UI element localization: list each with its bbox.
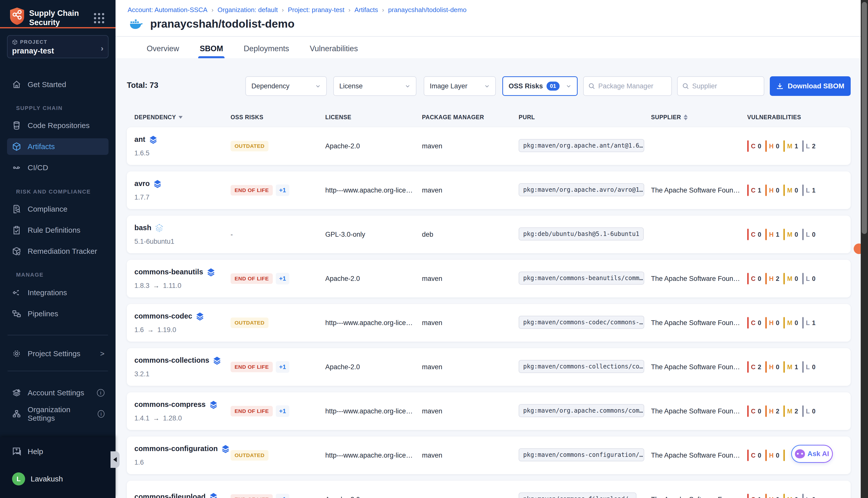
- sidebar-item-get-started[interactable]: Get Started: [7, 76, 108, 93]
- column-package-manager[interactable]: PACKAGE MANAGER: [422, 114, 519, 121]
- breadcrumb-organization[interactable]: Organization: default: [218, 6, 278, 14]
- table-row[interactable]: commons-collections 3.2.1 END OF LIFE+1 …: [127, 348, 851, 386]
- vulnerabilities-cell: C0H2M2L0: [747, 405, 851, 417]
- purl-pill[interactable]: pkg:maven/commons-fileupload/…: [519, 493, 636, 498]
- sidebar-item-cicd[interactable]: CI/CD: [7, 159, 108, 176]
- app-logo-shield-icon: [9, 7, 25, 25]
- image-layer-filter-dropdown[interactable]: Image Layer: [424, 76, 496, 96]
- purl-pill[interactable]: pkg:maven/commons-codec/commons-…: [519, 316, 644, 329]
- layers-icon: [149, 135, 157, 144]
- purl-pill[interactable]: pkg:maven/commons-collections/co…: [519, 360, 644, 373]
- app-title: Supply Chain Security: [29, 9, 87, 27]
- package-manager-search-input[interactable]: [598, 82, 667, 90]
- sidebar-item-organization-settings[interactable]: Organization Settings i: [7, 406, 108, 422]
- risk-more-badge[interactable]: +1: [276, 361, 289, 373]
- purl-pill[interactable]: pkg:maven/commons-beanutils/comm…: [519, 272, 644, 285]
- risk-more-badge[interactable]: +1: [276, 184, 289, 196]
- column-vulnerabilities[interactable]: VULNERABILITIES: [747, 114, 851, 121]
- tab-overview[interactable]: Overview: [145, 39, 181, 58]
- risk-more-badge[interactable]: +1: [276, 494, 289, 498]
- column-purl[interactable]: PURL: [519, 114, 651, 121]
- breadcrumb-artifacts[interactable]: Artifacts: [354, 6, 378, 14]
- breadcrumb-separator: ›: [282, 6, 284, 14]
- sidebar-collapse-handle[interactable]: [111, 451, 119, 468]
- page-scrollbar-thumb[interactable]: [862, 2, 867, 234]
- sidebar-item-remediation-tracker[interactable]: Remediation Tracker: [7, 243, 108, 260]
- sidebar-item-pipelines[interactable]: Pipelines: [7, 305, 108, 322]
- vuln-count-c: C1: [747, 494, 761, 498]
- project-selector[interactable]: PROJECT pranay-test ›: [7, 35, 108, 58]
- table-row[interactable]: bash 5.1-6ubuntu1 - GPL-3.0-only deb pkg…: [127, 215, 851, 253]
- clipboard-check-icon: [12, 226, 21, 235]
- sidebar-item-integrations[interactable]: Integrations: [7, 284, 108, 301]
- purl-pill[interactable]: pkg:maven/org.apache.commons/com…: [519, 404, 644, 417]
- vuln-count-h: H0: [765, 317, 779, 329]
- apps-grid-icon[interactable]: [94, 13, 105, 24]
- purl-pill[interactable]: pkg:maven/commons-configuration/…: [519, 448, 644, 461]
- dependency-name: commons-collections: [134, 356, 209, 365]
- column-oss-risks[interactable]: OSS RISKS: [231, 114, 325, 121]
- page-scrollbar-track[interactable]: [861, 0, 868, 498]
- breadcrumb-artifact-name[interactable]: pranaycshah/todolist-demo: [388, 6, 466, 14]
- sidebar-item-compliance[interactable]: Compliance: [7, 201, 108, 218]
- layers-icon: [153, 180, 162, 188]
- sidebar-item-code-repositories[interactable]: Code Repositories: [7, 117, 108, 134]
- risk-more-badge[interactable]: +1: [276, 273, 289, 284]
- user-menu[interactable]: L Lavakush: [12, 472, 63, 485]
- help-button[interactable]: Help: [12, 447, 43, 456]
- package-manager-cell: maven: [422, 275, 519, 283]
- purl-pill[interactable]: pkg:maven/org.apache.ant/ant@1.6…: [519, 139, 644, 152]
- breadcrumb-account[interactable]: Account: Automation-SSCA: [128, 6, 207, 14]
- layers-icon: [221, 445, 230, 453]
- tab-sbom[interactable]: SBOM: [198, 39, 224, 58]
- docker-icon: [130, 18, 144, 30]
- oss-risk-cell: OUTDATED: [231, 141, 325, 152]
- tab-bar: Overview SBOM Deployments Vulnerabilitie…: [145, 39, 359, 58]
- column-dependency[interactable]: DEPENDENCY: [134, 114, 231, 121]
- vuln-count-m: M0: [783, 317, 798, 329]
- sidebar-item-artifacts[interactable]: Artifacts: [7, 138, 108, 155]
- tab-vulnerabilities[interactable]: Vulnerabilities: [308, 39, 359, 58]
- table-row[interactable]: commons-fileupload END OF LIFE+1 Apache-…: [127, 481, 851, 498]
- ask-ai-button[interactable]: Ask AI: [791, 445, 833, 463]
- purl-pill[interactable]: pkg:maven/org.apache.avro/avro@1…: [519, 183, 644, 196]
- download-sbom-button[interactable]: Download SBOM: [770, 76, 851, 96]
- dependency-cell: commons-collections 3.2.1: [134, 356, 231, 378]
- license-cell: GPL-3.0-only: [325, 231, 422, 238]
- vuln-count-m: M0: [783, 229, 798, 240]
- sidebar-item-rule-definitions[interactable]: Rule Definitions: [7, 222, 108, 238]
- supplier-search-input[interactable]: [692, 82, 759, 90]
- breadcrumb-project[interactable]: Project: pranay-test: [288, 6, 344, 14]
- table-row[interactable]: commons-configuration 1.6 OUTDATED http-…: [127, 436, 851, 474]
- oss-risks-filter-dropdown[interactable]: OSS Risks 01: [502, 76, 578, 96]
- license-cell: http---www.apache.org-lice…: [325, 451, 422, 459]
- column-supplier[interactable]: SUPPLIER: [651, 114, 747, 121]
- column-license[interactable]: LICENSE: [325, 114, 422, 121]
- risk-more-badge[interactable]: +1: [276, 405, 289, 417]
- dependency-filter-dropdown[interactable]: Dependency: [245, 76, 327, 96]
- table-row[interactable]: commons-beanutils 1.8.3 → 1.11.0 END OF …: [127, 260, 851, 298]
- vuln-count-c: C0: [747, 449, 761, 461]
- info-icon[interactable]: i: [98, 410, 104, 418]
- table-row[interactable]: avro 1.7.7 END OF LIFE+1 http---www.apac…: [127, 171, 851, 209]
- table-row[interactable]: ant 1.6.5 OUTDATED Apache-2.0 maven pkg:…: [127, 127, 851, 165]
- purl-pill[interactable]: pkg:deb/ubuntu/bash@5.1-6ubuntu1: [519, 227, 644, 240]
- sidebar-item-project-settings[interactable]: Project Settings >: [7, 345, 108, 362]
- license-filter-dropdown[interactable]: License: [333, 76, 416, 96]
- vuln-count-m: M0: [783, 494, 798, 498]
- dependency-cell: avro 1.7.7: [134, 180, 231, 201]
- purl-cell: pkg:deb/ubuntu/bash@5.1-6ubuntu1: [519, 227, 651, 241]
- sidebar-item-account-settings[interactable]: Account Settings i: [7, 384, 108, 401]
- vuln-count-l: L0: [802, 361, 816, 373]
- table-row[interactable]: commons-compress 1.4.1 → 1.28.0 END OF L…: [127, 392, 851, 430]
- purl-cell: pkg:maven/commons-codec/commons-…: [519, 316, 651, 330]
- tab-deployments[interactable]: Deployments: [242, 39, 290, 58]
- vuln-count-m: M2: [783, 405, 798, 417]
- table-row[interactable]: commons-codec 1.6 → 1.19.0 OUTDATED http…: [127, 304, 851, 342]
- dependency-version: 1.6.5: [134, 149, 231, 157]
- gear-icon: [12, 349, 21, 358]
- repository-icon: [12, 121, 21, 130]
- filter-toolbar: Total: 73 Dependency License Image Layer…: [116, 76, 868, 96]
- info-icon[interactable]: i: [97, 389, 104, 397]
- purl-cell: pkg:maven/commons-configuration/…: [519, 448, 651, 462]
